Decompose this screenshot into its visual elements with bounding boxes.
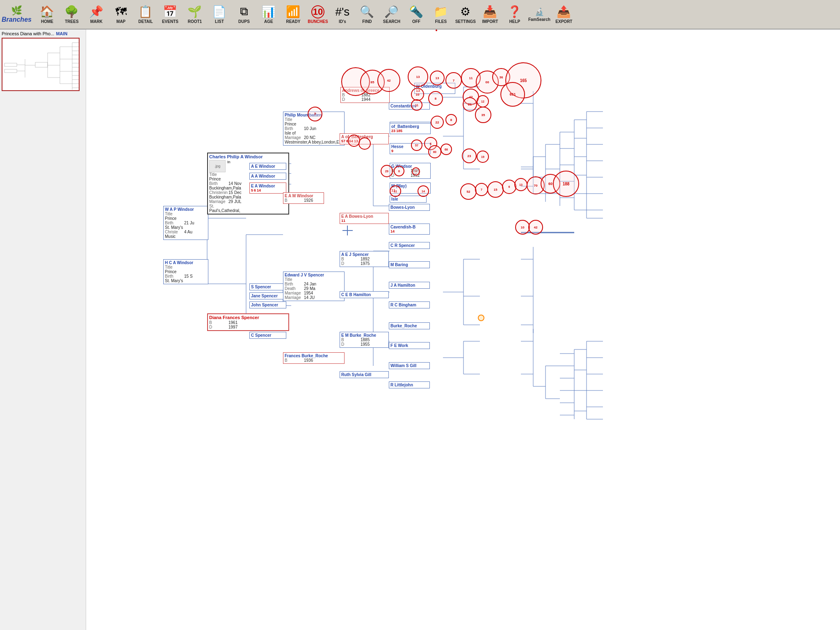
red-circle-6d[interactable]: 6 xyxy=(502,180,516,194)
mark-button[interactable]: 📌 MARK xyxy=(84,1,108,27)
export-button[interactable]: 📤 EXPORT xyxy=(552,1,576,27)
person-ea-windsor[interactable]: E A Windsor 5 6 14 xyxy=(249,183,286,194)
search-icon: 🔎 xyxy=(384,5,399,18)
red-circle-7b[interactable]: 7 xyxy=(445,72,462,89)
person-aa-windsor[interactable]: A A Windsor xyxy=(249,173,286,180)
person-john-spencer[interactable]: John Spencer xyxy=(249,301,286,308)
charles-name: Charles Philip A Windsor xyxy=(209,154,287,159)
detail-icon: 📋 xyxy=(138,5,153,18)
help-button[interactable]: ❓ HELP xyxy=(503,1,527,27)
root1-button[interactable]: 🌱 ROOT1 xyxy=(183,1,207,27)
person-william-gill[interactable]: William S Gill xyxy=(389,362,430,369)
red-circle-188[interactable]: 188 xyxy=(553,171,579,197)
settings-button[interactable]: ⚙ SETTINGS xyxy=(454,1,477,27)
person-eam-windsor[interactable]: E A M Windsor B1926 xyxy=(283,192,324,204)
find-button[interactable]: 🔍 FIND xyxy=(355,1,379,27)
red-circle-52[interactable]: 52 xyxy=(460,183,477,200)
red-circle-42c[interactable]: 42 xyxy=(528,220,543,235)
red-circle-7[interactable]: 7 xyxy=(308,107,322,121)
cr-name: C R Spencer xyxy=(390,243,428,248)
red-circle-651[interactable]: 651 xyxy=(500,82,525,107)
red-circle-7c[interactable]: 7 xyxy=(412,167,420,176)
red-circle-w13[interactable]: 13 xyxy=(408,66,428,87)
red-circle-68[interactable]: 68 xyxy=(441,144,452,155)
search-label: SEARCH xyxy=(383,19,400,24)
person-edward-spencer[interactable]: Edward J V Spencer Title Birth24 Jan Dea… xyxy=(283,272,345,301)
breadcrumb-main[interactable]: MAIN xyxy=(56,31,67,36)
constantinov-name: Constantinov xyxy=(390,104,428,108)
famsearch-button[interactable]: 🔬 FamSearch xyxy=(527,1,551,27)
ready-button[interactable]: 📶 READY xyxy=(281,1,305,27)
svg-rect-6 xyxy=(35,62,48,67)
red-circle-7d[interactable]: 7 xyxy=(475,183,488,196)
events-button[interactable]: 📅 EVENTS xyxy=(158,1,182,27)
person-s-spencer[interactable]: S Spencer xyxy=(249,283,286,290)
person-ceb-hamilton[interactable]: C E B Hamilton xyxy=(340,291,389,298)
person-bowes-lyon[interactable]: Bowes-Lyon xyxy=(389,204,430,211)
red-circle-13c[interactable]: 13 xyxy=(514,178,527,191)
person-constantinov[interactable]: Constantinov xyxy=(389,103,430,110)
person-em-burke-roche[interactable]: E M Burke_Roche B1885 D1955 xyxy=(340,332,389,348)
red-circle-t3[interactable]: 42 xyxy=(377,69,400,92)
red-circle-22[interactable]: 22 xyxy=(431,116,444,129)
person-ae-windsor[interactable]: A E Windsor xyxy=(249,163,286,170)
person-wap-windsor[interactable]: W A P Windsor Title Prince Birth21 Ju St… xyxy=(163,206,208,240)
burke-name: Burke_Roche xyxy=(390,324,428,328)
red-circle-29[interactable]: 29 xyxy=(381,165,393,177)
map-label: MAP xyxy=(116,19,126,24)
person-m-baring[interactable]: M Baring xyxy=(389,261,430,268)
list-button[interactable]: 📄 LIST xyxy=(208,1,231,27)
red-circle-57[interactable]: 57 xyxy=(411,139,422,151)
red-circle-23[interactable]: 23 xyxy=(462,148,477,163)
files-label: FILES xyxy=(435,19,447,24)
red-circle-8[interactable]: 8 xyxy=(428,91,443,106)
red-circle-21[interactable]: 21 xyxy=(463,97,477,112)
person-diana[interactable]: Diana Frances Spencer B1961 D1997 xyxy=(207,313,289,331)
red-circle-r3a[interactable]: 11 xyxy=(411,99,422,111)
files-button[interactable]: 📁 FILES xyxy=(429,1,453,27)
search-button[interactable]: 🔎 SEARCH xyxy=(380,1,404,27)
person-cr-spencer[interactable]: C R Spencer xyxy=(389,242,430,249)
person-of-battenberg[interactable]: of_Battenberg 23 185 xyxy=(390,123,431,134)
red-circle-19[interactable]: 19 xyxy=(477,151,489,163)
person-ruth-gill[interactable]: Ruth Sylvia Gill xyxy=(340,371,389,378)
person-fe-work[interactable]: F E Work xyxy=(389,342,430,349)
age-button[interactable]: 📊 AGE xyxy=(257,1,281,27)
person-ea-bowes-lyon[interactable]: E A Bowes-Lyon 11 xyxy=(340,213,389,224)
person-frances-burke[interactable]: Frances Burke_Roche B1936 xyxy=(283,352,345,364)
minimap[interactable] xyxy=(2,38,80,91)
detail-button[interactable]: 📋 DETAIL xyxy=(134,1,158,27)
em-burke-name: E M Burke_Roche xyxy=(341,333,387,338)
person-burke-roche[interactable]: Burke_Roche xyxy=(389,322,430,329)
home-button[interactable]: 🏠 HOME xyxy=(35,1,59,27)
ids-button[interactable]: #'s ID's xyxy=(331,1,354,27)
tree-canvas[interactable]: W A P Windsor Title Prince Birth21 Ju St… xyxy=(86,30,840,630)
red-circle-10b[interactable]: 10 xyxy=(515,220,530,235)
trees-button[interactable]: 🌳 TREES xyxy=(60,1,84,27)
person-r-littlejohn[interactable]: R Littlejohn xyxy=(389,381,430,388)
dups-button[interactable]: ⧉ DUPS xyxy=(232,1,256,27)
red-circle-bat2[interactable] xyxy=(358,137,371,150)
person-rc-bingham[interactable]: R C Bingham xyxy=(389,301,430,308)
person-c-spencer[interactable]: C Spencer xyxy=(249,332,286,339)
events-label: EVENTS xyxy=(162,19,178,24)
red-circle-8b[interactable]: 8 xyxy=(445,114,457,126)
import-button[interactable]: 📥 IMPORT xyxy=(478,1,502,27)
person-jane-spencer[interactable]: Jane Spencer xyxy=(249,292,286,299)
person-hca-windsor[interactable]: H C A Windsor Title Prince Birth15 S St.… xyxy=(163,259,208,284)
off-button[interactable]: 🔦 OFF xyxy=(404,1,428,27)
red-circle-14[interactable]: 14 xyxy=(418,185,429,197)
red-circle-13b[interactable]: 13 xyxy=(430,71,445,85)
red-circle-15[interactable]: 15 xyxy=(487,181,504,198)
person-ja-hamilton[interactable]: J A Hamilton xyxy=(389,282,430,289)
red-circle-6c[interactable]: 6 xyxy=(394,166,404,176)
red-circle-11b[interactable]: 11 xyxy=(390,185,401,197)
bunches-button[interactable]: 10 BUNCHES xyxy=(306,1,330,27)
red-circle-12[interactable]: 12 xyxy=(477,95,489,107)
person-cavendish-b[interactable]: Cavendish-B 14 xyxy=(389,224,430,235)
red-circle-35[interactable]: 35 xyxy=(475,107,491,123)
person-aej-spencer[interactable]: A E J Spencer B1892 D1975 xyxy=(340,251,389,267)
ids-label: ID's xyxy=(339,19,346,24)
red-circle-80[interactable]: 80 xyxy=(428,145,441,158)
map-button[interactable]: 🗺 MAP xyxy=(109,1,133,27)
